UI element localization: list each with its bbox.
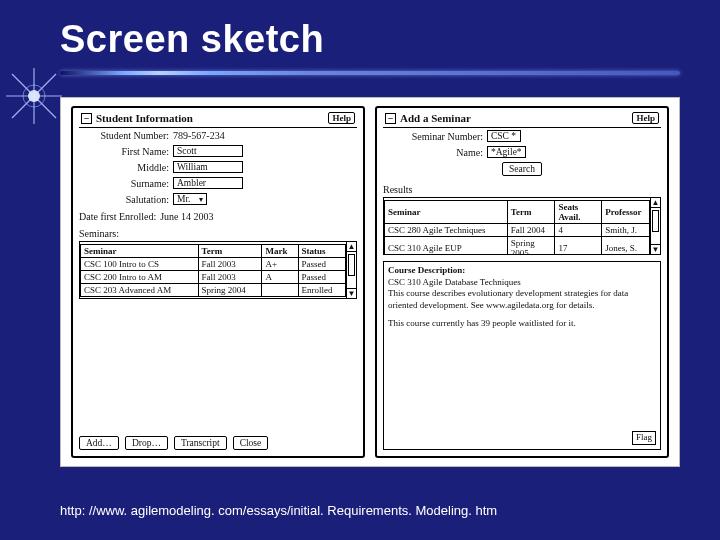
close-button[interactable]: Close	[233, 436, 269, 450]
cell: CSC 310 Agile EUP	[385, 237, 508, 255]
seminar-number-input[interactable]: CSC *	[487, 130, 521, 142]
cell: Smith, J.	[602, 224, 650, 237]
cell: Spring 2004	[198, 284, 262, 297]
col-mark: Mark	[262, 245, 298, 258]
lens-flare-decoration	[6, 68, 62, 124]
cell: Passed	[298, 258, 345, 271]
col-seats: Seats Avail.	[555, 201, 602, 224]
col-professor: Professor	[602, 201, 650, 224]
source-url: http: //www. agilemodeling. com/essays/i…	[60, 503, 497, 518]
svg-point-5	[23, 85, 45, 107]
minimize-icon[interactable]	[385, 113, 396, 124]
cell: CSC 203 Advanced AM	[81, 284, 199, 297]
surname-label: Surname:	[79, 178, 169, 189]
table-row[interactable]: CSC 203 Advanced AM Spring 2004 Enrolled	[81, 284, 346, 297]
col-term: Term	[198, 245, 262, 258]
table-row[interactable]: CSC 100 Intro to CS Fall 2003 A+ Passed	[81, 258, 346, 271]
left-button-row: Add… Drop… Transcript Close	[79, 432, 357, 450]
results-label: Results	[383, 184, 661, 195]
scrollbar-right[interactable]: ▲ ▼	[650, 198, 660, 254]
svg-line-2	[12, 74, 56, 118]
middle-label: Middle:	[79, 162, 169, 173]
seminars-table-wrap: Seminar Term Mark Status CSC 100 Intro t…	[79, 241, 357, 299]
scroll-thumb[interactable]	[348, 254, 355, 276]
drop-button[interactable]: Drop…	[125, 436, 168, 450]
first-name-label: First Name:	[79, 146, 169, 157]
scroll-down-icon[interactable]: ▼	[651, 244, 660, 254]
slide-title: Screen sketch	[60, 18, 680, 61]
table-row[interactable]: CSC 310 Agile EUP Spring 2005 17 Jones, …	[385, 237, 650, 255]
results-header-row: Seminar Term Seats Avail. Professor	[385, 201, 650, 224]
window-title-left: Student Information	[96, 112, 193, 124]
scroll-down-icon[interactable]: ▼	[347, 288, 356, 298]
scroll-up-icon[interactable]: ▲	[347, 242, 356, 252]
svg-point-4	[28, 90, 40, 102]
middle-input[interactable]: William	[173, 161, 243, 173]
scroll-up-icon[interactable]: ▲	[651, 198, 660, 208]
seminar-name-label: Name:	[383, 147, 483, 158]
add-button[interactable]: Add…	[79, 436, 119, 450]
cell: CSC 200 Intro to AM	[81, 271, 199, 284]
cell: CSC 100 Intro to CS	[81, 258, 199, 271]
scrollbar-left[interactable]: ▲ ▼	[346, 242, 356, 298]
student-number-row: Student Number: 789-567-234	[79, 130, 357, 141]
description-heading: Course Description:	[388, 265, 656, 277]
col-status: Status	[298, 245, 345, 258]
course-description-box: Course Description: CSC 310 Agile Databa…	[383, 261, 661, 450]
cell: Enrolled	[298, 284, 345, 297]
seminars-header-row: Seminar Term Mark Status	[81, 245, 346, 258]
cell: 4	[555, 224, 602, 237]
title-underline	[60, 71, 680, 75]
window-title-right: Add a Seminar	[400, 112, 471, 124]
salutation-select[interactable]: Mr.	[173, 193, 207, 205]
col-seminar: Seminar	[81, 245, 199, 258]
cell: A	[262, 271, 298, 284]
seminar-number-label: Seminar Number:	[383, 131, 483, 142]
cell: 17	[555, 237, 602, 255]
first-name-input[interactable]: Scott	[173, 145, 243, 157]
date-enrolled-label: Date first Enrolled:	[79, 211, 156, 222]
description-body: This course describes evolutionary devel…	[388, 288, 656, 311]
cell: Spring 2005	[507, 237, 555, 255]
svg-line-3	[12, 74, 56, 118]
cell: Fall 2003	[198, 258, 262, 271]
cell	[262, 284, 298, 297]
student-number-label: Student Number:	[79, 130, 169, 141]
cell: Jones, S.	[602, 237, 650, 255]
student-number-value: 789-567-234	[173, 130, 225, 141]
cell: Fall 2003	[198, 271, 262, 284]
cell: CSC 280 Agile Techniques	[385, 224, 508, 237]
transcript-button[interactable]: Transcript	[174, 436, 227, 450]
add-seminar-window: Add a Seminar Help Seminar Number: CSC *…	[375, 106, 669, 458]
slide: Screen sketch Student Information Help S…	[0, 0, 720, 540]
results-table: Seminar Term Seats Avail. Professor CSC …	[384, 200, 650, 254]
surname-input[interactable]: Ambler	[173, 177, 243, 189]
cell: Passed	[298, 271, 345, 284]
student-info-window: Student Information Help Student Number:…	[71, 106, 365, 458]
table-row[interactable]: CSC 280 Agile Techniques Fall 2004 4 Smi…	[385, 224, 650, 237]
salutation-label: Salutation:	[79, 194, 169, 205]
help-button-left[interactable]: Help	[328, 112, 355, 124]
col-seminar: Seminar	[385, 201, 508, 224]
col-term: Term	[507, 201, 555, 224]
seminar-name-input[interactable]: *Agile*	[487, 146, 526, 158]
seminars-table: Seminar Term Mark Status CSC 100 Intro t…	[80, 244, 346, 297]
date-enrolled-value: June 14 2003	[160, 211, 213, 222]
search-button[interactable]: Search	[502, 162, 542, 176]
flag-button[interactable]: Flag	[632, 431, 656, 445]
titlebar-right: Add a Seminar Help	[383, 112, 661, 128]
cell: A+	[262, 258, 298, 271]
titlebar-left: Student Information Help	[79, 112, 357, 128]
results-table-wrap: Seminar Term Seats Avail. Professor CSC …	[383, 197, 661, 255]
help-button-right[interactable]: Help	[632, 112, 659, 124]
description-course: CSC 310 Agile Database Techniques	[388, 277, 656, 289]
cell: Fall 2004	[507, 224, 555, 237]
scroll-thumb[interactable]	[652, 210, 659, 232]
waitlist-line: This course currently has 39 people wait…	[388, 318, 656, 330]
minimize-icon[interactable]	[81, 113, 92, 124]
sketch-container: Student Information Help Student Number:…	[60, 97, 680, 467]
table-row[interactable]: CSC 200 Intro to AM Fall 2003 A Passed	[81, 271, 346, 284]
seminars-label: Seminars:	[79, 228, 357, 239]
